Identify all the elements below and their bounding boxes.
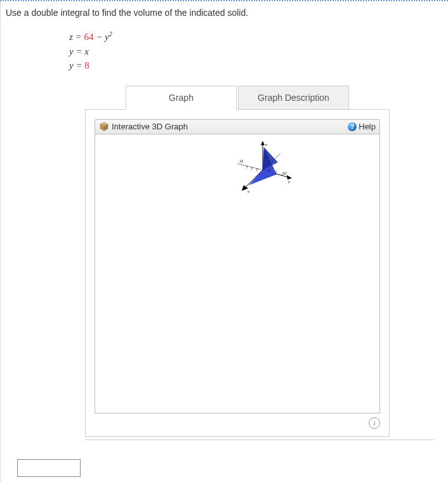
equation-3: y = 8 xyxy=(69,58,443,73)
graph-panel: Interactive 3D Graph ? Help xyxy=(85,109,390,437)
graph-toolbar: Interactive 3D Graph ? Help xyxy=(95,119,380,134)
svg-text:z: z xyxy=(265,143,267,147)
graph-3d-thumbnail: z y x -12 12 xyxy=(231,140,294,197)
graph-title: Interactive 3D Graph xyxy=(112,122,188,131)
svg-text:-12: -12 xyxy=(239,159,243,163)
tab-graph[interactable]: Graph xyxy=(126,86,237,110)
info-icon[interactable]: i xyxy=(369,417,380,429)
help-icon: ? xyxy=(348,122,357,131)
svg-line-9 xyxy=(237,164,263,170)
svg-marker-6 xyxy=(287,175,292,179)
help-label: Help xyxy=(359,122,376,131)
question-text: Use a double integral to find the volume… xyxy=(6,8,443,18)
cube-3d-icon xyxy=(99,122,109,132)
tab-bar: Graph Graph Description xyxy=(85,86,390,110)
svg-text:12: 12 xyxy=(283,171,287,175)
svg-text:x: x xyxy=(247,190,249,193)
answer-input[interactable] xyxy=(17,459,81,477)
divider xyxy=(85,440,434,440)
equation-2: y = x xyxy=(69,44,443,59)
svg-line-15 xyxy=(246,166,247,169)
help-button[interactable]: ? Help xyxy=(348,122,376,131)
equations-block: z = 64 − y2 y = x y = 8 xyxy=(69,29,443,73)
graph-canvas[interactable]: z y x -12 12 xyxy=(95,134,380,414)
equation-1: z = 64 − y2 xyxy=(69,29,443,44)
svg-text:y: y xyxy=(288,179,290,183)
tab-description[interactable]: Graph Description xyxy=(238,86,349,110)
svg-marker-4 xyxy=(261,141,265,145)
